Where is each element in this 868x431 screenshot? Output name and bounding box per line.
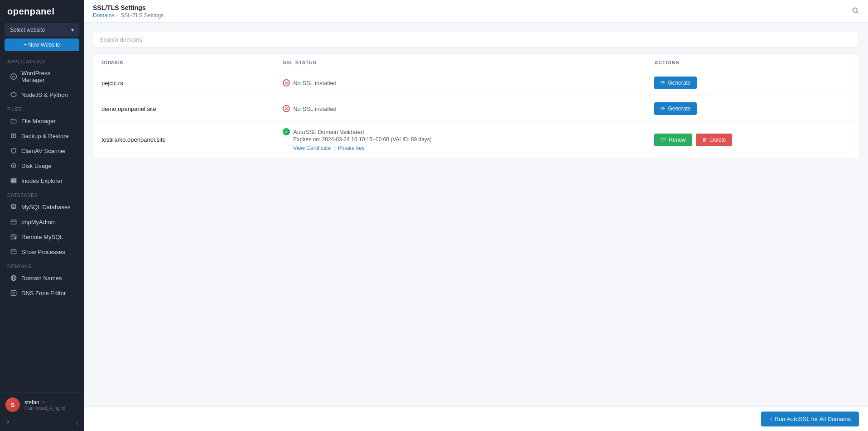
chevron-down-icon: ▾ — [71, 27, 74, 33]
sidebar-item-disk-usage[interactable]: Disk Usage — [3, 158, 81, 173]
search-input[interactable] — [93, 32, 859, 48]
table-row: testiramo.openpanel.site ✓ AutoSSL Domai… — [93, 122, 859, 158]
sidebar-item-show-processes[interactable]: Show Processes — [3, 244, 81, 259]
sidebar-item-inodes-explorer[interactable]: Inodes Explorer — [3, 173, 81, 188]
actions-cell: 🛡 Renew 🗑 Delete — [646, 122, 858, 158]
table-row: pejcic.rs ✕ No SSL installed ⟳ Generate — [93, 70, 859, 96]
wp-icon: W — [10, 73, 17, 80]
sidebar-user-section: S stefan ↗ Plan: cloud_4_nginx — [0, 393, 84, 417]
content-area: DOMAIN SSL STATUS ACTIONS pejcic.rs ✕ No… — [84, 23, 868, 407]
bottom-bar: + Run AutoSSL for All Domains — [84, 407, 868, 431]
sidebar-item-dns-zone-editor[interactable]: DNS Zone Editor — [3, 286, 81, 300]
sidebar-item-backup-restore[interactable]: Backup & Restore — [3, 129, 81, 143]
topbar-left: SSL/TLS Settings Domains › SSL/TLS Setti… — [93, 4, 164, 19]
generate-button[interactable]: ⟳ Generate — [654, 77, 697, 89]
col-ssl-status: SSL STATUS — [275, 55, 646, 70]
col-actions: ACTIONS — [646, 55, 858, 70]
sidebar-item-label: WordPress Manager — [21, 70, 74, 83]
ssl-status-cell: ✕ No SSL installed — [275, 70, 646, 96]
no-ssl-icon: ✕ — [283, 79, 290, 86]
sidebar-item-label: Remote MySQL — [21, 234, 63, 240]
topbar-search-icon[interactable] — [852, 7, 859, 16]
help-icon[interactable]: ? — [5, 419, 9, 426]
actions-cell: ⟳ Generate — [646, 70, 858, 96]
globe-icon — [10, 274, 17, 282]
no-ssl-icon: ✕ — [283, 105, 290, 112]
private-key-link[interactable]: Private key — [338, 145, 365, 151]
sidebar-item-label: DNS Zone Editor — [21, 290, 66, 297]
section-label-applications: Applications — [0, 55, 84, 66]
breadcrumb: Domains › SSL/TLS Settings — [93, 12, 164, 19]
backup-icon — [10, 132, 17, 139]
svg-point-5 — [11, 163, 16, 168]
user-info: stefan ↗ Plan: cloud_4_nginx — [24, 399, 78, 411]
db-icon — [10, 203, 17, 211]
view-certificate-link[interactable]: View Certificate — [293, 145, 331, 151]
svg-point-15 — [14, 237, 16, 239]
select-website-dropdown[interactable]: Select website ▾ — [5, 23, 79, 37]
domain-cell: pejcic.rs — [93, 70, 275, 96]
svg-rect-16 — [11, 250, 16, 254]
generate-icon: ⟳ — [661, 80, 665, 86]
domain-cell: testiramo.openpanel.site — [93, 122, 275, 158]
ssl-status-cell: ✓ AutoSSL Domain Validated Expires on: 2… — [275, 122, 646, 158]
processes-icon — [10, 248, 17, 255]
svg-text:W: W — [12, 75, 15, 78]
sidebar-item-file-manager[interactable]: File Manager — [3, 114, 81, 128]
sidebar-item-label: phpMyAdmin — [21, 219, 56, 225]
folder-icon — [10, 117, 17, 125]
main-content: SSL/TLS Settings Domains › SSL/TLS Setti… — [84, 0, 868, 431]
sidebar-item-phpmyadmin[interactable]: phpMyAdmin — [3, 215, 81, 229]
dns-icon — [10, 289, 17, 297]
renew-button[interactable]: 🛡 Renew — [654, 134, 692, 146]
sidebar-item-label: Inodes Explorer — [21, 177, 63, 184]
section-label-databases: Databases — [0, 188, 84, 200]
page-title: SSL/TLS Settings — [93, 4, 164, 11]
avatar: S — [5, 397, 20, 412]
trash-icon: 🗑 — [702, 137, 708, 143]
sidebar-item-label: File Manager — [21, 118, 56, 125]
sidebar-item-label: NodeJS & Python — [21, 91, 68, 98]
ssl-status-label: No SSL installed — [293, 105, 337, 112]
ssl-status-cell: ✕ No SSL installed — [275, 96, 646, 122]
ssl-ok-icon: ✓ — [283, 128, 290, 135]
sidebar-footer: ? ‹ — [0, 417, 84, 431]
delete-button[interactable]: 🗑 Delete — [696, 134, 733, 146]
sidebar-item-label: ClamAV Scanner — [21, 148, 66, 154]
sidebar-item-label: Disk Usage — [21, 163, 51, 169]
link-separator: | — [333, 145, 335, 151]
svg-rect-8 — [11, 180, 16, 181]
user-plan: Plan: cloud_4_nginx — [24, 406, 78, 411]
sidebar-item-label: MySQL Databases — [21, 204, 71, 211]
svg-point-10 — [11, 205, 16, 206]
sidebar-item-mysql-databases[interactable]: MySQL Databases — [3, 200, 81, 214]
topbar: SSL/TLS Settings Domains › SSL/TLS Setti… — [84, 0, 868, 23]
phpmyadmin-icon — [10, 218, 17, 225]
shield-icon — [10, 147, 17, 154]
domain-cell: demo.openpanel.site — [93, 96, 275, 122]
col-domain: DOMAIN — [93, 55, 275, 70]
breadcrumb-parent[interactable]: Domains — [93, 12, 114, 19]
generate-icon: ⟳ — [661, 105, 665, 112]
new-website-button[interactable]: + New Website — [5, 38, 79, 51]
run-autossl-button[interactable]: + Run AutoSSL for All Domains — [761, 412, 859, 426]
ssl-expiry: Expires on: 2024-03-24 10:10:15+00:00 (V… — [283, 136, 638, 143]
actions-cell: ⟳ Generate — [646, 96, 858, 122]
sidebar-item-domain-names[interactable]: Domain Names — [3, 271, 81, 285]
generate-button[interactable]: ⟳ Generate — [654, 102, 697, 115]
section-label-domains: Domains — [0, 259, 84, 271]
breadcrumb-current: SSL/TLS Settings — [121, 12, 164, 19]
svg-line-23 — [856, 11, 858, 13]
sidebar-item-remote-mysql[interactable]: Remote MySQL — [3, 230, 81, 244]
breadcrumb-separator: › — [116, 12, 118, 19]
sidebar-item-wordpress-manager[interactable]: W WordPress Manager — [3, 66, 81, 87]
node-icon — [10, 91, 17, 98]
sidebar-item-label: Backup & Restore — [21, 133, 69, 139]
sidebar-item-nodejs-python[interactable]: NodeJS & Python — [3, 87, 81, 102]
collapse-sidebar-icon[interactable]: ‹ — [76, 419, 78, 426]
ssl-status-label: No SSL installed — [293, 80, 337, 86]
inodes-icon — [10, 177, 17, 184]
table-row: demo.openpanel.site ✕ No SSL installed ⟳… — [93, 96, 859, 122]
sidebar-item-clamav-scanner[interactable]: ClamAV Scanner — [3, 144, 81, 158]
section-label-files: Files — [0, 102, 84, 114]
